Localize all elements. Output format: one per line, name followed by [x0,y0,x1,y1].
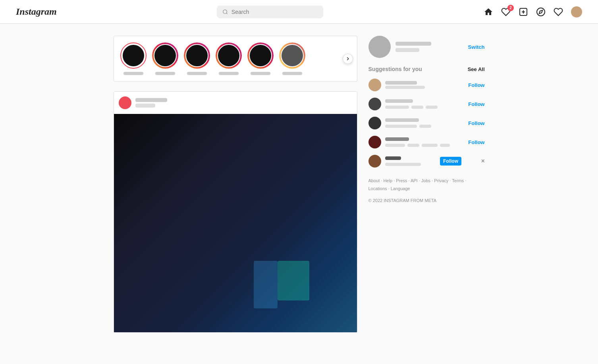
press-link[interactable]: Press [396,178,407,183]
create-post-icon[interactable] [519,7,528,17]
home-icon[interactable] [484,7,493,17]
user-info [395,42,431,52]
about-link[interactable]: About [368,178,380,183]
suggestion-text [385,137,450,147]
footer-links: About · Help · Press · API · Jobs · Priv… [368,177,485,204]
suggestion-avatar [368,117,381,129]
suggestion-username [385,99,413,103]
suggestion-text [385,81,425,89]
story-label [219,72,239,75]
sidebar-avatar [368,36,391,58]
suggestion-text [385,118,431,128]
suggestion-username [385,156,401,160]
suggestion-left [368,155,421,168]
notifications-icon[interactable]: 2 [501,7,511,17]
api-link[interactable]: API [411,178,418,183]
username-blur [395,42,431,46]
story-label [187,72,207,75]
heart-icon[interactable] [554,7,563,17]
svg-marker-6 [539,10,542,13]
sidebar: Switch Suggestions for you See All Follo… [368,36,485,333]
follow-button-blue[interactable]: Follow [440,157,461,166]
search-bar[interactable] [217,6,323,18]
story-item[interactable] [216,42,242,75]
nav-icons: 2 [484,6,582,17]
svg-point-5 [537,8,545,16]
profile-avatar[interactable] [571,6,582,17]
post-image [114,114,357,332]
feed [114,36,357,333]
user-card-left [368,36,431,58]
suggestion-text [385,99,438,109]
help-link[interactable]: Help [383,178,392,183]
stories-next-button[interactable] [343,54,353,64]
suggestions-header: Suggestions for you See All [368,66,485,72]
suggestion-avatar [368,155,381,168]
suggestion-item: Follow [368,98,485,110]
suggestion-text [385,156,421,166]
locations-link[interactable]: Locations [368,186,387,191]
suggestion-meta [385,144,405,147]
main-layout: Switch Suggestions for you See All Follo… [108,24,490,345]
suggestion-item: Follow [368,79,485,91]
suggestion-left [368,117,431,129]
suggestion-item: Follow ✕ [368,155,485,168]
instagram-logo: Instagram [16,6,57,17]
follow-button[interactable]: Follow [468,82,484,88]
footer-link-list: About · Help · Press · API · Jobs · Priv… [368,177,485,193]
suggestion-meta [385,86,425,89]
notification-badge: 2 [507,5,514,11]
suggestion-avatar [368,136,381,148]
switch-button[interactable]: Switch [468,44,485,50]
post [114,91,357,333]
story-item[interactable] [279,42,305,75]
suggestion-left [368,98,438,110]
story-item[interactable] [152,42,178,75]
post-username [135,98,167,102]
story-item[interactable] [247,42,274,75]
suggestion-username [385,137,409,141]
suggestion-meta3 [422,144,438,147]
story-avatar [154,44,177,67]
story-ring [152,42,178,69]
stories-list [114,41,312,77]
suggestion-left [368,136,450,148]
terms-link[interactable]: Terms [452,178,464,183]
post-header [114,92,357,114]
privacy-link[interactable]: Privacy [434,178,448,183]
story-ring [184,42,210,69]
story-ring-selected [120,42,147,69]
suggestion-meta4 [440,144,450,147]
post-timestamp [135,104,155,108]
suggestion-item: Follow [368,136,485,148]
story-ring-gradient [279,42,305,69]
story-label [155,72,175,75]
suggestion-meta [385,106,409,109]
story-avatar [281,44,304,67]
svg-line-1 [226,13,228,14]
see-all-button[interactable]: See All [468,66,485,72]
suggestion-username [385,81,417,85]
suggestion-meta2 [419,125,431,128]
dismiss-button[interactable]: ✕ [481,158,485,164]
story-item[interactable] [120,42,147,75]
svg-point-0 [223,10,227,13]
stories-container [114,36,357,82]
language-link[interactable]: Language [391,186,410,191]
story-avatar [217,44,240,67]
suggestion-avatar [368,98,381,110]
story-avatar [122,44,145,67]
suggestion-meta [385,163,421,166]
explore-icon[interactable] [536,7,546,17]
story-item[interactable] [184,42,210,75]
suggestion-left [368,79,425,91]
jobs-link[interactable]: Jobs [421,178,430,183]
suggestions-title: Suggestions for you [368,66,422,72]
follow-button[interactable]: Follow [468,101,484,107]
search-input[interactable] [231,9,318,15]
follow-button[interactable]: Follow [468,139,484,145]
follow-button[interactable]: Follow [468,120,484,126]
suggestion-meta3 [426,106,438,109]
story-ring [216,42,242,69]
suggestion-meta2 [407,144,419,147]
